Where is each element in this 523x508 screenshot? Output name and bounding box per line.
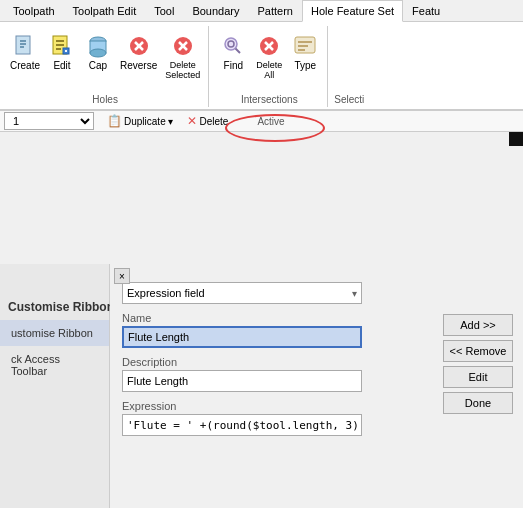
tab-pattern[interactable]: Pattern bbox=[248, 0, 301, 22]
cursor-bar bbox=[509, 132, 523, 146]
delete-button[interactable]: ✕ Delete bbox=[182, 112, 233, 130]
tab-hole-feature-set[interactable]: Hole Feature Set bbox=[302, 0, 403, 22]
tab-featu[interactable]: Featu bbox=[403, 0, 449, 22]
active-label: Active bbox=[257, 116, 284, 127]
holes-group-label: Holes bbox=[92, 94, 118, 105]
sidebar-item-quick-access[interactable]: ck Access Toolbar bbox=[0, 346, 109, 384]
ribbon-tabs: Toolpath Toolpath Edit Tool Boundary Pat… bbox=[0, 0, 523, 22]
action-buttons: Add >> << Remove Edit Done bbox=[443, 314, 513, 414]
svg-point-13 bbox=[90, 49, 106, 57]
tab-toolpath[interactable]: Toolpath bbox=[4, 0, 64, 22]
svg-line-22 bbox=[236, 49, 241, 54]
create-icon bbox=[13, 34, 37, 58]
expression-field-row: Expression field ▾ bbox=[122, 282, 511, 304]
toolpath-dropdown[interactable]: 1 bbox=[4, 112, 94, 130]
holes-group-buttons: Create Edi bbox=[6, 28, 204, 92]
sidebar: Customise Ribbon ustomise Ribbon ck Acce… bbox=[0, 264, 110, 508]
delete-all-button[interactable]: DeleteAll bbox=[251, 32, 287, 82]
delete-selected-button[interactable]: DeleteSelected bbox=[161, 32, 204, 82]
toolpath-bar: 1 📋 Duplicate ▾ ✕ Delete Active bbox=[0, 110, 523, 132]
close-button[interactable]: × bbox=[114, 268, 130, 284]
tab-boundary[interactable]: Boundary bbox=[183, 0, 248, 22]
create-button[interactable]: Create bbox=[6, 32, 44, 73]
find-button[interactable]: Find bbox=[215, 32, 251, 73]
edit-icon bbox=[50, 34, 74, 58]
intersections-group-label: Intersections bbox=[241, 94, 298, 105]
edit-button[interactable]: Edit bbox=[443, 366, 513, 388]
sidebar-item-customise[interactable]: ustomise Ribbon bbox=[0, 320, 109, 346]
content-panel: × Expression field ▾ Name Description Ex… bbox=[110, 264, 523, 508]
duplicate-icon: 📋 bbox=[107, 114, 122, 128]
expression-input[interactable] bbox=[122, 414, 362, 436]
selection-group-label: Selecti bbox=[334, 94, 364, 105]
svg-rect-0 bbox=[16, 36, 30, 54]
expression-field-dropdown[interactable]: Expression field ▾ bbox=[122, 282, 362, 304]
ribbon-content: Create Edi bbox=[0, 22, 523, 110]
intersections-group-buttons: Find DeleteAll bbox=[215, 28, 323, 92]
cap-icon bbox=[86, 34, 110, 58]
tab-tool[interactable]: Tool bbox=[145, 0, 183, 22]
main-area: Customise Ribbon ustomise Ribbon ck Acce… bbox=[0, 264, 523, 508]
description-input[interactable] bbox=[122, 370, 362, 392]
delete-selected-icon bbox=[171, 34, 195, 58]
remove-button[interactable]: << Remove bbox=[443, 340, 513, 362]
sidebar-title: Customise Ribbon bbox=[0, 294, 109, 320]
done-button[interactable]: Done bbox=[443, 392, 513, 414]
svg-point-20 bbox=[225, 38, 237, 50]
type-button[interactable]: Type bbox=[287, 32, 323, 73]
reverse-button[interactable]: Reverse bbox=[116, 32, 161, 73]
delete-all-icon bbox=[257, 34, 281, 58]
tab-toolpath-edit[interactable]: Toolpath Edit bbox=[64, 0, 146, 22]
add-button[interactable]: Add >> bbox=[443, 314, 513, 336]
name-input[interactable] bbox=[122, 326, 362, 348]
find-icon bbox=[221, 34, 245, 58]
edit-button[interactable]: Edit bbox=[44, 32, 80, 73]
dropdown-arrow-icon: ▾ bbox=[352, 288, 357, 299]
reverse-icon bbox=[127, 34, 151, 58]
type-icon bbox=[293, 34, 317, 58]
duplicate-button[interactable]: 📋 Duplicate ▾ bbox=[102, 112, 178, 130]
cap-button[interactable]: Cap bbox=[80, 32, 116, 73]
delete-icon: ✕ bbox=[187, 114, 197, 128]
